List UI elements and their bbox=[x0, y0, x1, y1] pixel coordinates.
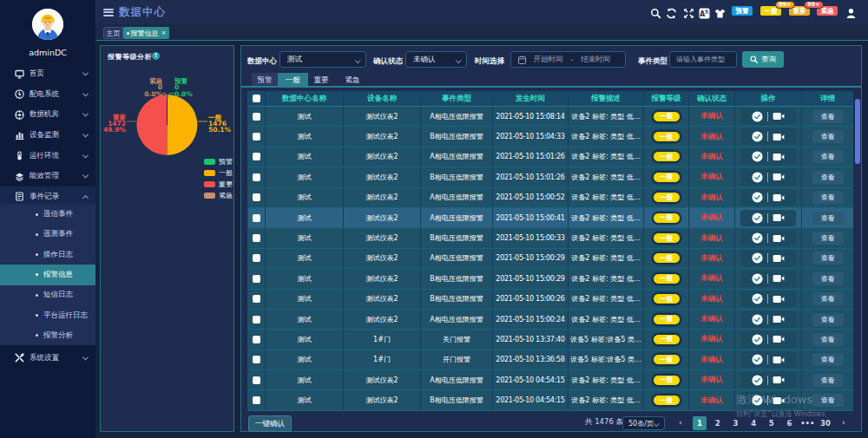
row-checkbox[interactable] bbox=[253, 295, 260, 303]
start-time-input[interactable]: 开始时间 bbox=[534, 55, 563, 65]
confirm-check-icon[interactable] bbox=[752, 111, 763, 122]
view-detail-button[interactable]: 查看 bbox=[812, 374, 844, 387]
user-icon[interactable] bbox=[845, 6, 857, 17]
page-button-6[interactable]: 6 bbox=[783, 416, 797, 430]
row-checkbox[interactable] bbox=[253, 275, 260, 283]
sidebar-item-6[interactable]: 能效管理 bbox=[0, 166, 95, 186]
scrollbar-thumb[interactable] bbox=[855, 99, 860, 164]
confirm-check-icon[interactable] bbox=[752, 151, 763, 162]
table-row-13[interactable]: 测试1#门开门报警2021-05-10 13:36:58设备5 标签:设备5 类… bbox=[248, 350, 853, 370]
row-checkbox[interactable] bbox=[253, 376, 260, 384]
tab-urgent[interactable]: 紧急 bbox=[339, 73, 366, 87]
sidebar-item-settings[interactable]: 系统设置 bbox=[0, 348, 95, 369]
video-camera-icon[interactable] bbox=[773, 213, 785, 222]
video-camera-icon[interactable] bbox=[773, 153, 785, 161]
row-checkbox[interactable] bbox=[253, 173, 260, 181]
sidebar-subitem-4[interactable]: 报警信息 bbox=[0, 265, 95, 284]
view-detail-button[interactable]: 查看 bbox=[812, 232, 844, 245]
view-detail-button[interactable]: 查看 bbox=[812, 333, 844, 346]
next-page-button[interactable]: › bbox=[842, 416, 845, 430]
page-size-select[interactable]: 50条/页 bbox=[622, 416, 665, 430]
row-checkbox[interactable] bbox=[253, 234, 260, 242]
view-detail-button[interactable]: 查看 bbox=[812, 191, 844, 204]
view-detail-button[interactable]: 查看 bbox=[812, 394, 844, 407]
page-button-1[interactable]: 1 bbox=[693, 416, 707, 430]
page-button-2[interactable]: 2 bbox=[711, 416, 725, 430]
confirm-check-icon[interactable] bbox=[752, 375, 763, 386]
table-row-2[interactable]: 测试测试仪表2B相电压低限报警2021-05-10 15:04:33设备2 标签… bbox=[248, 127, 853, 147]
sidebar-item-4[interactable]: 设备监测 bbox=[0, 125, 95, 146]
view-detail-button[interactable]: 查看 bbox=[812, 292, 844, 305]
tab-general[interactable]: 一般 bbox=[278, 73, 308, 87]
view-detail-button[interactable]: 查看 bbox=[812, 313, 844, 326]
legend-item-一般[interactable]: 一般 bbox=[204, 167, 233, 179]
table-row-4[interactable]: 测试测试仪表2B相电压低限报警2021-05-10 15:01:26设备2 标签… bbox=[248, 167, 853, 187]
video-camera-icon[interactable] bbox=[773, 274, 785, 283]
confirm-check-icon[interactable] bbox=[752, 395, 763, 406]
sidebar-item-5[interactable]: 运行环境 bbox=[0, 146, 95, 167]
video-camera-icon[interactable] bbox=[773, 376, 785, 384]
view-detail-button[interactable]: 查看 bbox=[812, 353, 844, 366]
confirm-all-button[interactable]: 一键确认 bbox=[248, 415, 292, 432]
table-row-1[interactable]: 测试测试仪表2A相电压低限报警2021-05-10 15:08:14设备2 标签… bbox=[248, 107, 853, 127]
row-checkbox[interactable] bbox=[253, 133, 260, 141]
refresh-icon[interactable] bbox=[666, 6, 677, 17]
alert-badge-warning[interactable]: 预警 bbox=[732, 6, 753, 16]
confirm-check-icon[interactable] bbox=[752, 192, 763, 203]
page-button-4[interactable]: 4 bbox=[746, 416, 760, 430]
table-row-11[interactable]: 测试测试仪表2A相电压低限报警2021-05-10 15:00:24设备2 标签… bbox=[248, 310, 853, 330]
table-row-8[interactable]: 测试测试仪表2A相电压低限报警2021-05-10 15:00:29设备2 标签… bbox=[248, 249, 853, 269]
row-checkbox[interactable] bbox=[253, 254, 260, 262]
confirm-check-icon[interactable] bbox=[752, 131, 763, 142]
row-checkbox[interactable] bbox=[253, 356, 260, 363]
video-camera-icon[interactable] bbox=[773, 173, 785, 181]
sidebar-subitem-2[interactable]: 遥测事件 bbox=[0, 225, 95, 245]
confirm-check-icon[interactable] bbox=[752, 354, 763, 365]
table-row-15[interactable]: 测试测试仪表2B相电压低限报警2021-05-10 04:54:15设备2 标签… bbox=[248, 390, 853, 410]
view-detail-button[interactable]: 查看 bbox=[812, 110, 844, 123]
sidebar-subitem-3[interactable]: 操作日志 bbox=[0, 245, 95, 265]
sidebar-subitem-5[interactable]: 短信日志 bbox=[0, 285, 95, 305]
search-button[interactable]: 查询 bbox=[742, 51, 784, 68]
page-button-30[interactable]: 30 bbox=[819, 416, 832, 430]
video-camera-icon[interactable] bbox=[773, 133, 785, 141]
sidebar-item-3[interactable]: 数据机房 bbox=[0, 105, 95, 126]
hamburger-menu-icon[interactable] bbox=[103, 9, 114, 16]
row-checkbox[interactable] bbox=[253, 153, 260, 160]
end-time-input[interactable]: 结束时间 bbox=[581, 55, 610, 65]
confirm-check-icon[interactable] bbox=[752, 273, 763, 284]
confirm-check-icon[interactable] bbox=[752, 293, 763, 304]
row-checkbox[interactable] bbox=[253, 214, 260, 222]
video-camera-icon[interactable] bbox=[773, 295, 785, 304]
event-type-input[interactable]: 请输入事件类型 bbox=[669, 51, 737, 68]
row-checkbox[interactable] bbox=[253, 193, 260, 201]
search-icon[interactable] bbox=[650, 6, 661, 17]
page-ellipsis[interactable]: ••• bbox=[800, 416, 814, 430]
legend-item-重要[interactable]: 重要 bbox=[204, 179, 233, 190]
video-camera-icon[interactable] bbox=[773, 234, 785, 243]
close-icon[interactable]: × bbox=[161, 29, 167, 36]
row-checkbox[interactable] bbox=[253, 316, 260, 324]
video-camera-icon[interactable] bbox=[773, 112, 785, 121]
filter-status-select[interactable]: 未确认 bbox=[405, 51, 467, 68]
confirm-check-icon[interactable] bbox=[752, 334, 763, 345]
select-all-checkbox[interactable] bbox=[253, 95, 260, 102]
table-row-6[interactable]: 测试测试仪表2A相电压低限报警2021-05-10 15:00:41设备2 标签… bbox=[248, 208, 853, 228]
tab-important[interactable]: 重要 bbox=[308, 73, 334, 87]
video-camera-icon[interactable] bbox=[773, 356, 785, 364]
row-checkbox[interactable] bbox=[253, 396, 260, 404]
table-row-9[interactable]: 测试测试仪表2B相电压低限报警2021-05-10 15:00:29设备2 标签… bbox=[248, 269, 853, 289]
filter-dc-select[interactable]: 测试 bbox=[279, 51, 366, 68]
video-camera-icon[interactable] bbox=[773, 193, 785, 202]
sidebar-item-2[interactable]: 配电系统 bbox=[0, 84, 95, 105]
prev-page-button[interactable]: ‹ bbox=[679, 416, 682, 430]
sidebar-item-1[interactable]: 首页 bbox=[0, 63, 95, 84]
sidebar-subitem-7[interactable]: 报警分析 bbox=[0, 325, 95, 345]
view-detail-button[interactable]: 查看 bbox=[812, 252, 844, 265]
legend-item-紧急[interactable]: 紧急 bbox=[204, 190, 233, 201]
view-detail-button[interactable]: 查看 bbox=[812, 171, 844, 184]
avatar[interactable] bbox=[32, 9, 63, 40]
theme-shirt-icon[interactable] bbox=[714, 6, 726, 17]
confirm-check-icon[interactable] bbox=[752, 232, 763, 244]
tab-warning[interactable]: 预警 bbox=[252, 73, 278, 87]
